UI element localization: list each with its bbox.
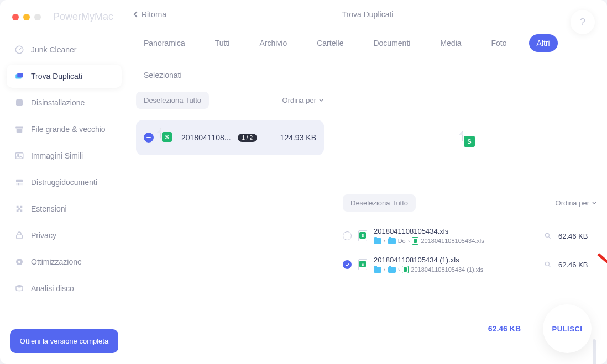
image-icon (14, 151, 24, 161)
nav-label: Distruggidocumenti (31, 178, 97, 187)
nav-label: Disinstallazione (31, 98, 85, 107)
get-full-version-button[interactable]: Ottieni la versione completa (10, 329, 118, 353)
sidebar-item-uninstall[interactable]: Disinstallazione (7, 91, 122, 114)
folder-icon (388, 238, 396, 244)
folder-icon (374, 238, 381, 244)
shredder-icon (14, 177, 24, 187)
archive-icon (14, 124, 24, 134)
sidebar-item-privacy[interactable]: Privacy (7, 224, 122, 247)
magnifier-icon[interactable] (544, 232, 552, 240)
sidebar-item-shredder[interactable]: Distruggidocumenti (7, 171, 122, 194)
group-size: 124.93 KB (280, 133, 316, 142)
magnifier-icon[interactable] (544, 261, 552, 268)
spreadsheet-file-icon (358, 230, 367, 241)
tab-cartelle[interactable]: Cartelle (309, 34, 351, 52)
folder-duplicate-icon (14, 71, 24, 81)
sidebar-item-junk-cleaner[interactable]: Junk Cleaner (7, 38, 122, 61)
rocket-icon (14, 257, 24, 267)
help-button[interactable]: ? (571, 10, 595, 34)
lock-icon (14, 230, 24, 240)
xls-icon (402, 266, 409, 273)
svg-rect-8 (16, 180, 23, 182)
clean-button[interactable]: PULISCI (543, 304, 592, 353)
gauge-icon (14, 45, 24, 55)
nav-label: Privacy (31, 231, 56, 240)
tab-tutti[interactable]: Tutti (207, 34, 238, 52)
nav-label: Trova Duplicati (31, 72, 82, 81)
box-remove-icon (14, 98, 24, 108)
select-checkbox-unchecked[interactable] (343, 231, 352, 240)
file-size: 62.46 KB (558, 261, 597, 269)
svg-rect-2 (17, 73, 23, 77)
folder-icon (388, 267, 396, 273)
file-name: 2018041108105434 (1).xls (374, 256, 537, 264)
tab-panoramica[interactable]: Panoramica (136, 34, 193, 52)
back-label: Ritorna (142, 10, 166, 19)
spreadsheet-file-icon (358, 259, 367, 270)
tab-documenti[interactable]: Documenti (365, 34, 418, 52)
svg-point-13 (545, 233, 549, 237)
duplicate-file-list: 2018041108105434.xls › Do › 201804110810… (341, 221, 599, 279)
nav-label: Ottimizzazione (31, 257, 82, 266)
svg-rect-3 (16, 99, 23, 106)
filter-tabs: Panoramica Tutti Archivio Cartelle Docum… (128, 24, 607, 92)
sidebar-item-extensions[interactable]: Estensioni (7, 197, 122, 220)
tab-archivio[interactable]: Archivio (252, 34, 295, 52)
chevron-down-icon (592, 201, 597, 205)
deselect-all-files-button[interactable]: Deseleziona Tutto (343, 194, 416, 212)
group-name: 2018041108... (181, 133, 231, 142)
partial-select-indicator[interactable] (144, 133, 154, 143)
sidebar-nav: Junk Cleaner Trova Duplicati Disinstalla… (0, 38, 128, 323)
file-name: 2018041108105434.xls (374, 227, 537, 235)
sort-label: Ordina per (556, 199, 589, 207)
puzzle-icon (14, 204, 24, 214)
sidebar-item-find-duplicates[interactable]: Trova Duplicati (7, 65, 122, 88)
file-path: › Do › 2018041108105434.xls (374, 237, 537, 245)
close-dot[interactable] (12, 14, 19, 20)
select-checkbox-checked[interactable] (343, 260, 352, 269)
file-path: › › 2018041108105434 (1).xls (374, 266, 537, 273)
brand-label: PowerMyMac (53, 11, 113, 23)
chevron-down-icon (318, 98, 324, 103)
sidebar-item-optimize[interactable]: Ottimizzazione (7, 250, 122, 273)
back-button[interactable]: Ritorna (133, 10, 166, 19)
file-row[interactable]: 2018041108105434 (1).xls › › 20180411081… (341, 250, 599, 279)
svg-rect-4 (15, 127, 23, 129)
group-count-badge: 1 / 2 (238, 134, 257, 142)
deselect-all-groups-button[interactable]: Deseleziona Tutto (136, 92, 209, 109)
file-preview: S (341, 92, 599, 191)
tab-media[interactable]: Media (432, 34, 469, 52)
nav-label: Analisi disco (31, 284, 74, 293)
page-title: Trova Duplicati (342, 10, 394, 19)
svg-rect-5 (17, 129, 23, 133)
xls-icon (412, 237, 418, 245)
nav-label: Immagini Simili (31, 151, 83, 160)
window-controls[interactable]: PowerMyMac (0, 11, 128, 23)
svg-rect-9 (17, 235, 23, 239)
file-row[interactable]: 2018041108105434.xls › Do › 201804110810… (341, 221, 599, 250)
disk-icon (14, 283, 24, 293)
zoom-dot[interactable] (34, 14, 41, 20)
spreadsheet-file-icon: S (462, 131, 478, 151)
duplicate-group-row[interactable]: S 2018041108... 1 / 2 124.93 KB (136, 120, 324, 155)
sort-label: Ordina per (282, 96, 316, 104)
minimize-dot[interactable] (23, 14, 30, 20)
nav-label: File grande & vecchio (31, 125, 106, 134)
svg-point-14 (545, 262, 549, 266)
svg-point-12 (16, 285, 23, 288)
nav-label: Junk Cleaner (31, 45, 77, 54)
sort-groups-dropdown[interactable]: Ordina per (282, 96, 324, 104)
tab-altri[interactable]: Altri (529, 34, 558, 52)
sidebar-item-large-old[interactable]: File grande & vecchio (7, 118, 122, 141)
chevron-left-icon (133, 10, 138, 18)
spreadsheet-file-icon: S (160, 129, 175, 146)
tab-foto[interactable]: Foto (484, 34, 515, 52)
sort-files-dropdown[interactable]: Ordina per (556, 199, 597, 207)
tab-selezionati[interactable]: Selezionati (136, 66, 190, 84)
scrollbar[interactable] (593, 339, 596, 364)
total-selected-size: 62.46 KB (488, 324, 521, 333)
svg-point-11 (18, 261, 21, 263)
sidebar-item-disk-analysis[interactable]: Analisi disco (7, 277, 122, 300)
file-size: 62.46 KB (558, 232, 597, 240)
sidebar-item-similar-images[interactable]: Immagini Simili (7, 144, 122, 167)
